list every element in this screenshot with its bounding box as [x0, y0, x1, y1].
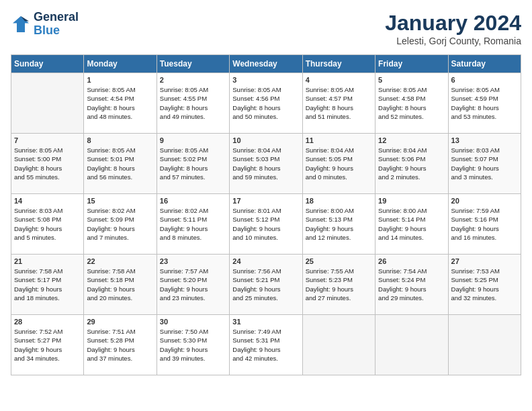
calendar-cell: 21Sunrise: 7:58 AM Sunset: 5:17 PM Dayli…: [11, 255, 84, 315]
calendar-cell: 16Sunrise: 8:02 AM Sunset: 5:11 PM Dayli…: [157, 194, 229, 255]
calendar-cell: 20Sunrise: 7:59 AM Sunset: 5:16 PM Dayli…: [448, 194, 521, 255]
logo-icon: [11, 14, 31, 34]
day-info: Sunrise: 7:59 AM Sunset: 5:16 PM Dayligh…: [451, 206, 518, 242]
month-title: January 2024: [385, 11, 521, 36]
day-number: 23: [160, 257, 226, 265]
day-info: Sunrise: 8:05 AM Sunset: 5:01 PM Dayligh…: [87, 146, 153, 181]
day-number: 25: [306, 257, 372, 265]
calendar-cell: 7Sunrise: 8:05 AM Sunset: 5:00 PM Daylig…: [11, 134, 84, 194]
day-info: Sunrise: 7:52 AM Sunset: 5:27 PM Dayligh…: [14, 327, 81, 363]
day-number: 1: [87, 76, 153, 84]
day-info: Sunrise: 8:05 AM Sunset: 4:59 PM Dayligh…: [451, 85, 518, 121]
day-number: 3: [232, 76, 299, 84]
day-number: 13: [451, 136, 518, 144]
calendar-cell: 9Sunrise: 8:05 AM Sunset: 5:02 PM Daylig…: [157, 134, 229, 194]
calendar-cell: [448, 315, 521, 375]
day-info: Sunrise: 8:01 AM Sunset: 5:12 PM Dayligh…: [232, 206, 299, 242]
calendar-table: SundayMondayTuesdayWednesdayThursdayFrid…: [11, 54, 521, 375]
day-number: 18: [306, 197, 372, 205]
logo-text: General Blue: [34, 11, 79, 38]
calendar-cell: 3Sunrise: 8:05 AM Sunset: 4:56 PM Daylig…: [230, 73, 302, 134]
calendar-cell: 12Sunrise: 8:04 AM Sunset: 5:06 PM Dayli…: [375, 134, 448, 194]
day-number: 7: [14, 136, 81, 144]
day-info: Sunrise: 8:05 AM Sunset: 4:57 PM Dayligh…: [306, 85, 372, 121]
day-number: 27: [451, 257, 518, 265]
day-info: Sunrise: 8:02 AM Sunset: 5:09 PM Dayligh…: [87, 206, 153, 242]
calendar-cell: 5Sunrise: 8:05 AM Sunset: 4:58 PM Daylig…: [375, 73, 448, 134]
calendar-cell: 24Sunrise: 7:56 AM Sunset: 5:21 PM Dayli…: [230, 255, 302, 315]
calendar-cell: 10Sunrise: 8:04 AM Sunset: 5:03 PM Dayli…: [230, 134, 302, 194]
calendar-cell: 31Sunrise: 7:49 AM Sunset: 5:31 PM Dayli…: [230, 315, 302, 375]
day-number: 26: [378, 257, 445, 265]
weekday-header-friday: Friday: [375, 55, 448, 73]
day-info: Sunrise: 7:57 AM Sunset: 5:20 PM Dayligh…: [160, 267, 226, 302]
page-header: General Blue January 2024 Lelesti, Gorj …: [11, 11, 521, 46]
day-number: 8: [87, 136, 153, 144]
day-info: Sunrise: 8:04 AM Sunset: 5:03 PM Dayligh…: [232, 146, 299, 181]
calendar-cell: 6Sunrise: 8:05 AM Sunset: 4:59 PM Daylig…: [448, 73, 521, 134]
day-number: 19: [378, 197, 445, 205]
day-info: Sunrise: 7:49 AM Sunset: 5:31 PM Dayligh…: [232, 327, 299, 363]
day-number: 20: [451, 197, 518, 205]
day-number: 22: [87, 257, 153, 265]
calendar-cell: 27Sunrise: 7:53 AM Sunset: 5:25 PM Dayli…: [448, 255, 521, 315]
title-block: January 2024 Lelesti, Gorj County, Roman…: [385, 11, 521, 46]
day-number: 2: [160, 76, 226, 84]
calendar-cell: 28Sunrise: 7:52 AM Sunset: 5:27 PM Dayli…: [11, 315, 84, 375]
day-number: 6: [451, 76, 518, 84]
day-number: 24: [232, 257, 299, 265]
day-number: 5: [378, 76, 445, 84]
calendar-cell: 13Sunrise: 8:03 AM Sunset: 5:07 PM Dayli…: [448, 134, 521, 194]
calendar-cell: 1Sunrise: 8:05 AM Sunset: 4:54 PM Daylig…: [84, 73, 157, 134]
day-number: 30: [160, 318, 226, 326]
day-info: Sunrise: 8:04 AM Sunset: 5:06 PM Dayligh…: [378, 146, 445, 181]
day-info: Sunrise: 8:05 AM Sunset: 5:00 PM Dayligh…: [14, 146, 81, 181]
day-info: Sunrise: 8:04 AM Sunset: 5:05 PM Dayligh…: [306, 146, 372, 181]
day-number: 21: [14, 257, 81, 265]
day-info: Sunrise: 8:03 AM Sunset: 5:08 PM Dayligh…: [14, 206, 81, 242]
day-info: Sunrise: 8:00 AM Sunset: 5:14 PM Dayligh…: [378, 206, 445, 242]
calendar-cell: 8Sunrise: 8:05 AM Sunset: 5:01 PM Daylig…: [84, 134, 157, 194]
day-info: Sunrise: 7:55 AM Sunset: 5:23 PM Dayligh…: [306, 267, 372, 302]
calendar-cell: 2Sunrise: 8:05 AM Sunset: 4:55 PM Daylig…: [157, 73, 229, 134]
day-number: 28: [14, 318, 81, 326]
calendar-cell: 23Sunrise: 7:57 AM Sunset: 5:20 PM Dayli…: [157, 255, 229, 315]
calendar-cell: 14Sunrise: 8:03 AM Sunset: 5:08 PM Dayli…: [11, 194, 84, 255]
day-number: 11: [306, 136, 372, 144]
weekday-header-saturday: Saturday: [448, 55, 521, 73]
day-number: 15: [87, 197, 153, 205]
weekday-header-thursday: Thursday: [302, 55, 375, 73]
weekday-header-sunday: Sunday: [11, 55, 84, 73]
calendar-cell: [11, 73, 84, 134]
calendar-cell: 17Sunrise: 8:01 AM Sunset: 5:12 PM Dayli…: [230, 194, 302, 255]
calendar-cell: [302, 315, 375, 375]
day-info: Sunrise: 8:05 AM Sunset: 4:58 PM Dayligh…: [378, 85, 445, 121]
logo: General Blue: [11, 11, 79, 38]
calendar-cell: [375, 315, 448, 375]
day-info: Sunrise: 7:51 AM Sunset: 5:28 PM Dayligh…: [87, 327, 153, 363]
day-number: 31: [232, 318, 299, 326]
weekday-header-tuesday: Tuesday: [157, 55, 229, 73]
day-info: Sunrise: 8:05 AM Sunset: 5:02 PM Dayligh…: [160, 146, 226, 181]
day-info: Sunrise: 7:56 AM Sunset: 5:21 PM Dayligh…: [232, 267, 299, 302]
day-number: 17: [232, 197, 299, 205]
day-number: 12: [378, 136, 445, 144]
day-number: 16: [160, 197, 226, 205]
day-info: Sunrise: 8:02 AM Sunset: 5:11 PM Dayligh…: [160, 206, 226, 242]
day-info: Sunrise: 8:03 AM Sunset: 5:07 PM Dayligh…: [451, 146, 518, 181]
day-info: Sunrise: 7:53 AM Sunset: 5:25 PM Dayligh…: [451, 267, 518, 302]
day-info: Sunrise: 8:05 AM Sunset: 4:56 PM Dayligh…: [232, 85, 299, 121]
weekday-header-wednesday: Wednesday: [230, 55, 302, 73]
day-info: Sunrise: 7:50 AM Sunset: 5:30 PM Dayligh…: [160, 327, 226, 363]
calendar-cell: 30Sunrise: 7:50 AM Sunset: 5:30 PM Dayli…: [157, 315, 229, 375]
calendar-cell: 11Sunrise: 8:04 AM Sunset: 5:05 PM Dayli…: [302, 134, 375, 194]
calendar-cell: 19Sunrise: 8:00 AM Sunset: 5:14 PM Dayli…: [375, 194, 448, 255]
calendar-cell: 25Sunrise: 7:55 AM Sunset: 5:23 PM Dayli…: [302, 255, 375, 315]
day-info: Sunrise: 8:05 AM Sunset: 4:55 PM Dayligh…: [160, 85, 226, 121]
day-number: 29: [87, 318, 153, 326]
calendar-cell: 29Sunrise: 7:51 AM Sunset: 5:28 PM Dayli…: [84, 315, 157, 375]
day-info: Sunrise: 8:05 AM Sunset: 4:54 PM Dayligh…: [87, 85, 153, 121]
calendar-cell: 18Sunrise: 8:00 AM Sunset: 5:13 PM Dayli…: [302, 194, 375, 255]
day-info: Sunrise: 7:54 AM Sunset: 5:24 PM Dayligh…: [378, 267, 445, 302]
day-number: 10: [232, 136, 299, 144]
